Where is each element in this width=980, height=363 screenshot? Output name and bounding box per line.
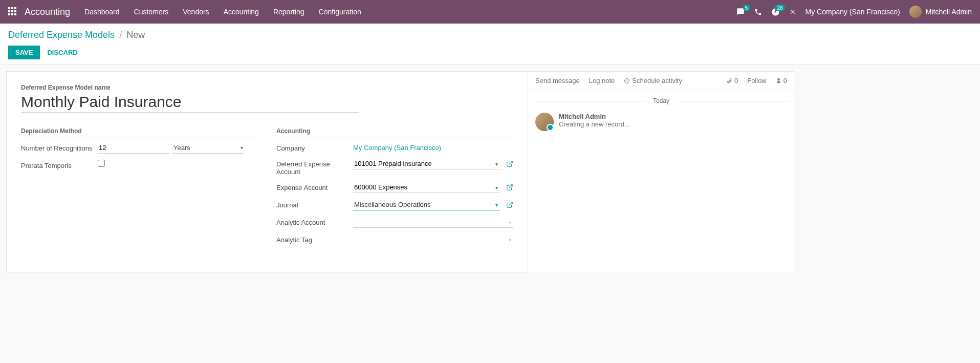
main-menu: Dashboard Customers Vendors Accounting R… — [84, 8, 361, 16]
clock-icon — [624, 78, 630, 84]
input-num-recognitions[interactable] — [98, 142, 169, 154]
label-num-recognitions: Number of Recognitions — [21, 142, 98, 152]
select-recognition-unit[interactable]: Years ▾ — [172, 142, 244, 154]
external-link-icon[interactable] — [506, 160, 513, 167]
menu-reporting[interactable]: Reporting — [273, 8, 304, 16]
user-menu[interactable]: Mitchell Admin — [909, 6, 972, 18]
input-analytic-tag[interactable] — [353, 234, 513, 245]
user-name: Mitchell Admin — [926, 8, 972, 16]
menu-accounting[interactable]: Accounting — [224, 8, 259, 16]
section-depreciation: Depreciation Method — [21, 127, 258, 137]
breadcrumb-parent[interactable]: Deferred Expense Models — [8, 30, 115, 40]
log-note-button[interactable]: Log note — [589, 77, 615, 84]
follow-button[interactable]: Follow — [747, 77, 767, 84]
chatter-message: Mitchell Admin Creating a new record... — [528, 110, 794, 134]
label-prorata: Prorata Temporis — [21, 160, 98, 169]
title-label: Deferred Expense Model name — [21, 84, 513, 91]
phone-icon[interactable] — [754, 8, 762, 16]
activities-icon[interactable]: 28 — [771, 8, 780, 16]
control-panel: Deferred Expense Models / New Save Disca… — [0, 24, 980, 65]
messages-icon[interactable]: 5 — [736, 8, 745, 16]
checkbox-prorata[interactable] — [98, 160, 105, 167]
input-analytic-account[interactable] — [353, 217, 513, 228]
activities-badge: 28 — [775, 5, 785, 11]
discard-button[interactable]: Discard — [47, 49, 77, 56]
label-journal: Journal — [276, 199, 353, 209]
chatter-date-separator: Today — [528, 97, 794, 104]
breadcrumb-sep: / — [119, 30, 122, 40]
paperclip-icon — [726, 78, 732, 84]
external-link-icon[interactable] — [506, 201, 513, 208]
attachments-button[interactable]: 0 — [726, 77, 738, 84]
menu-configuration[interactable]: Configuration — [319, 8, 361, 16]
app-brand[interactable]: Accounting — [25, 7, 70, 17]
breadcrumb-current: New — [126, 30, 145, 40]
input-journal[interactable] — [353, 199, 500, 210]
input-expense-account[interactable] — [353, 182, 500, 193]
menu-dashboard[interactable]: Dashboard — [84, 8, 120, 16]
label-analytic-tag: Analytic Tag — [276, 234, 353, 244]
caret-down-icon: ▾ — [241, 145, 243, 151]
section-accounting: Accounting — [276, 127, 513, 137]
apps-icon[interactable] — [8, 7, 17, 16]
messages-badge: 5 — [743, 5, 750, 11]
user-icon — [776, 78, 781, 83]
company-switcher[interactable]: My Company (San Francisco) — [805, 8, 900, 16]
select-recognition-unit-value: Years — [173, 144, 190, 152]
form-sheet: Deferred Expense Model name Depreciation… — [6, 71, 528, 272]
external-link-icon[interactable] — [506, 184, 513, 191]
message-avatar-icon — [535, 113, 554, 131]
label-deferred-expense-account: Deferred Expense Account — [276, 158, 353, 176]
debug-close-icon[interactable] — [789, 8, 796, 15]
label-analytic-account: Analytic Account — [276, 217, 353, 226]
save-button[interactable]: Save — [8, 46, 40, 59]
label-company: Company — [276, 142, 353, 152]
followers-button[interactable]: 0 — [776, 77, 787, 84]
send-message-button[interactable]: Send message — [535, 77, 580, 84]
top-navbar: Accounting Dashboard Customers Vendors A… — [0, 0, 980, 24]
menu-vendors[interactable]: Vendors — [183, 8, 209, 16]
menu-customers[interactable]: Customers — [134, 8, 169, 16]
message-author: Mitchell Admin — [559, 113, 630, 120]
title-input[interactable] — [21, 92, 359, 113]
value-company[interactable]: My Company (San Francisco) — [353, 142, 441, 152]
message-text: Creating a new record... — [559, 120, 630, 128]
schedule-activity-button[interactable]: Schedule activity — [624, 77, 682, 84]
label-expense-account: Expense Account — [276, 182, 353, 191]
input-deferred-expense-account[interactable] — [353, 158, 500, 169]
chatter-panel: Send message Log note Schedule activity … — [528, 71, 794, 272]
user-avatar-icon — [909, 6, 922, 18]
breadcrumb: Deferred Expense Models / New — [8, 30, 972, 40]
